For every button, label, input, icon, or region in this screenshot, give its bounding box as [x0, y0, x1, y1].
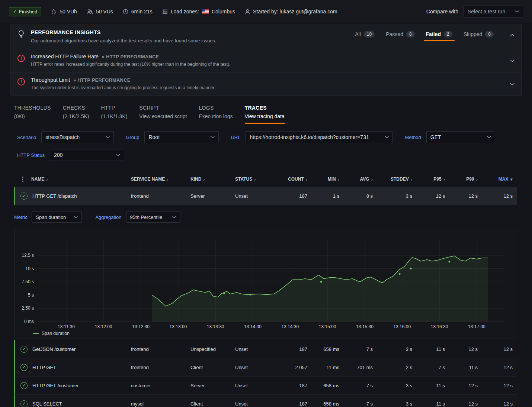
cell-status: Unset	[235, 346, 279, 352]
expand-insight-button[interactable]	[510, 57, 515, 63]
chevron-right-icon: ›	[443, 177, 445, 182]
svg-text:13:14:00: 13:14:00	[244, 324, 262, 329]
spans-table-body: ✓GetJSON /customerfrontendUnspecifiedUns…	[14, 340, 517, 407]
count-badge: 8	[406, 31, 415, 38]
insights-filter-failed[interactable]: Failed 2	[426, 31, 452, 43]
url-select[interactable]: https://hotrod-insights.k6.io/dispatch?c…	[246, 131, 393, 143]
stat-vuh: 50 VUh	[51, 9, 77, 14]
chevron-right-icon: ›	[167, 177, 168, 182]
table-row[interactable]: ✓HTTP GETfrontendClientUnset2 05711 ms70…	[14, 358, 517, 377]
cell-p99: 12 s	[449, 193, 482, 199]
chevron-right-icon: ›	[371, 177, 373, 182]
spans-table-header: ⋮NAME›SERVICE NAME›KIND›STATUS›COUNT›MIN…	[14, 171, 517, 187]
svg-text:13:15:00: 13:15:00	[319, 324, 336, 329]
column-header-count[interactable]: COUNT›	[279, 177, 312, 182]
aggregation-select[interactable]: 95th Percentile	[126, 211, 180, 223]
chevron-down-icon	[515, 10, 519, 13]
cell-status: Unset	[235, 193, 279, 199]
cell-count: 187	[279, 193, 312, 199]
tab-traces[interactable]: TRACES View tracing data	[245, 105, 285, 124]
stat-load-zones: Load zones: Columbus	[162, 9, 235, 14]
cell-p95: 11 s	[417, 346, 449, 352]
clock-icon	[123, 9, 128, 14]
http-status-select[interactable]: 200	[50, 149, 124, 161]
cell-service: customer	[131, 383, 190, 388]
insight-row-http-failure-rate[interactable]: ! Increased HTTP Failure Rate » HTTP PER…	[11, 49, 521, 72]
cell-max: 12 s	[482, 365, 517, 370]
cell-min: 11 ms	[312, 365, 344, 370]
chevron-right-icon: ›	[46, 177, 48, 182]
column-header-p99[interactable]: P99›	[449, 177, 482, 182]
tab-logs[interactable]: LOGS Execution logs	[199, 105, 233, 124]
column-header-stddev[interactable]: STDDEV›	[377, 177, 417, 182]
method-select[interactable]: GET	[426, 131, 495, 143]
kebab-menu-icon[interactable]: ⋮	[20, 176, 26, 182]
insights-filter-skipped[interactable]: Skipped 0	[464, 31, 494, 43]
topbar: ✓ Finished 50 VUh 50 VUs 6min 21s Load z…	[0, 0, 532, 23]
cell-max: 12 s	[482, 193, 517, 199]
cell-kind: Server	[190, 383, 235, 388]
insight-title: Increased HTTP Failure Rate	[31, 54, 99, 59]
svg-text:13:12:30: 13:12:30	[132, 324, 150, 329]
table-row[interactable]: ✓SQL SELECTmysqlClientUnset187658 ms7 s3…	[14, 395, 517, 407]
row-status-ok-icon: ✓	[15, 193, 32, 200]
cell-name: SQL SELECT	[32, 401, 131, 407]
svg-text:13:13:30: 13:13:30	[207, 324, 224, 329]
cell-count: 2 057	[279, 365, 312, 370]
column-header-kind[interactable]: KIND›	[190, 177, 235, 182]
column-header-avg[interactable]: AVG›	[344, 177, 377, 182]
cell-max: 12 s	[482, 383, 517, 388]
table-row-selected[interactable]: ✓HTTP GET /dispatchfrontendServerUnset18…	[14, 187, 517, 205]
insights-filter-all[interactable]: All 10	[355, 31, 375, 43]
chevron-right-icon: ›	[203, 177, 205, 182]
column-header-max[interactable]: MAX▾	[482, 177, 517, 182]
cell-stddev: 2 s	[377, 365, 417, 370]
expand-insight-button[interactable]	[510, 81, 515, 87]
column-header-service-name[interactable]: SERVICE NAME›	[131, 177, 190, 182]
performance-insights-panel: PERFORMANCE INSIGHTS Our automated algor…	[10, 24, 522, 96]
trace-filters: Scenario stressDispatch Group Root URL h…	[17, 131, 517, 161]
column-header-status[interactable]: STATUS›	[235, 177, 279, 182]
chevron-down-icon	[106, 136, 110, 138]
insights-filter-passed[interactable]: Passed 8	[386, 31, 414, 43]
table-row[interactable]: ✓HTTP GET /customercustomerServerUnset18…	[14, 377, 517, 395]
cell-min: 1 s	[312, 193, 344, 199]
status-badge: ✓ Finished	[9, 7, 41, 16]
alert-circle-icon: !	[17, 55, 25, 62]
group-label: Group	[126, 135, 139, 140]
group-select[interactable]: Root	[144, 131, 219, 143]
column-header-name[interactable]: NAME›	[31, 177, 131, 182]
column-header-min[interactable]: MIN›	[312, 177, 344, 182]
svg-text:12.5 s: 12.5 s	[22, 253, 34, 258]
load-zone-city: Columbus	[212, 9, 235, 14]
column-header-p95[interactable]: P95›	[417, 177, 449, 182]
method-label: Method	[405, 135, 421, 140]
cell-p95: 12 s	[417, 193, 449, 199]
span-duration-chart: 0 ms2.50 s5 s7.50 s10 s12.5 s13:11:3013:…	[14, 229, 517, 339]
tab-checks[interactable]: CHECKS (2.1K/2.5K)	[63, 105, 89, 124]
server-icon	[162, 9, 168, 14]
legend-label: Span duration	[42, 331, 70, 336]
scenario-select[interactable]: stressDispatch	[41, 131, 114, 143]
cell-avg: 7 s	[344, 346, 377, 352]
metric-select[interactable]: Span duration	[32, 211, 82, 223]
cell-p99: 12 s	[449, 383, 482, 388]
tab-script[interactable]: SCRIPT View executed script	[139, 105, 187, 124]
collapse-insights-button[interactable]	[510, 29, 515, 38]
cell-avg: 701 ms	[344, 365, 377, 370]
insight-row-throughput-limit[interactable]: ! Throughput Limit » HTTP PERFORMANCE Th…	[11, 72, 521, 96]
legend-span-duration[interactable]: Span duration	[33, 331, 70, 336]
tab-thresholds[interactable]: THRESHOLDS (0/0)	[14, 105, 51, 124]
cell-service: mysql	[131, 401, 190, 407]
table-row[interactable]: ✓GetJSON /customerfrontendUnspecifiedUns…	[14, 340, 517, 358]
compare-test-run-select[interactable]: Select a test run	[464, 6, 523, 17]
insight-category: » HTTP PERFORMANCE	[73, 77, 131, 83]
compare-test-run-value: Select a test run	[468, 9, 505, 14]
count-badge: 2	[444, 31, 452, 38]
tab-http[interactable]: HTTP (1.1K/1.3K)	[101, 105, 128, 124]
cell-avg: 7 s	[344, 383, 377, 388]
cell-max: 12 s	[482, 401, 517, 407]
svg-text:13:16:00: 13:16:00	[393, 324, 411, 329]
check-icon: ✓	[13, 9, 17, 14]
cell-kind: Server	[190, 193, 235, 199]
